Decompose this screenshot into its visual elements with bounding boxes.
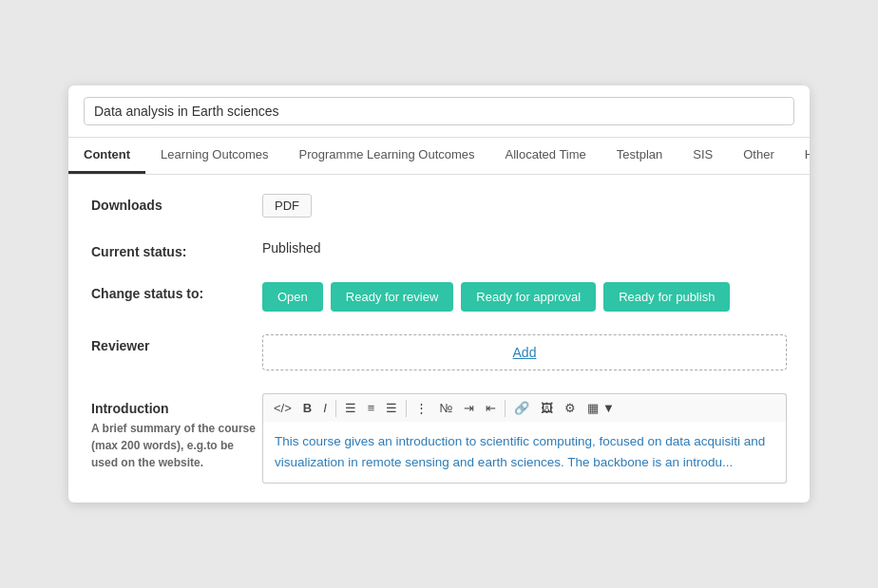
toolbar-table-button[interactable]: ▦ ▼	[582, 398, 619, 418]
change-status-row: Change status to: Open Ready for review …	[91, 282, 787, 312]
toolbar-align-center-button[interactable]: ≡	[363, 398, 380, 418]
current-status-value: Published	[262, 240, 787, 256]
toolbar-outdent-button[interactable]: ⇤	[481, 398, 501, 418]
title-bar	[68, 85, 810, 138]
reviewer-add-link[interactable]: Add	[513, 345, 537, 360]
toolbar-align-left-button[interactable]: ☰	[340, 398, 361, 418]
tab-programme-learning-outcomes[interactable]: Programme Learning Outcomes	[284, 138, 490, 174]
toolbar-settings-button[interactable]: ⚙	[560, 398, 581, 418]
main-window: Content Learning Outcomes Programme Lear…	[68, 85, 810, 502]
change-status-label: Change status to:	[91, 282, 262, 301]
status-ready-for-publish-button[interactable]: Ready for publish	[603, 282, 730, 312]
reviewer-value: Add	[262, 334, 787, 370]
current-status-row: Current status: Published	[91, 240, 787, 259]
reviewer-add-box: Add	[262, 334, 787, 370]
status-open-button[interactable]: Open	[262, 282, 323, 312]
content-area: Downloads PDF Current status: Published …	[68, 175, 810, 502]
introduction-title: Introduction	[91, 401, 262, 416]
pdf-button[interactable]: PDF	[262, 194, 312, 218]
toolbar-separator-3	[505, 400, 506, 417]
toolbar-code-button[interactable]: </>	[269, 398, 296, 418]
introduction-description: A brief summary of the course (max 200 w…	[91, 420, 262, 471]
reviewer-row: Reviewer Add	[91, 334, 787, 370]
status-ready-for-review-button[interactable]: Ready for review	[331, 282, 454, 312]
tab-other[interactable]: Other	[728, 138, 790, 174]
tab-sis[interactable]: SIS	[678, 138, 728, 174]
toolbar-align-right-button[interactable]: ☰	[381, 398, 402, 418]
toolbar-bold-button[interactable]: B	[298, 398, 316, 418]
toolbar-unordered-list-button[interactable]: ⋮	[410, 398, 432, 418]
editor-toolbar: </> B I ☰ ≡ ☰ ⋮ № ⇥ ⇤ 🔗 🖼 ⚙ ▦ ▼	[262, 393, 787, 422]
downloads-value: PDF	[262, 194, 787, 218]
tab-history[interactable]: His...	[790, 138, 810, 174]
toolbar-image-button[interactable]: 🖼	[536, 398, 558, 418]
introduction-field-label: Introduction A brief summary of the cour…	[91, 393, 262, 471]
status-ready-for-approval-button[interactable]: Ready for approval	[461, 282, 596, 312]
downloads-row: Downloads PDF	[91, 194, 787, 218]
downloads-label: Downloads	[91, 194, 262, 213]
toolbar-separator-1	[335, 400, 336, 417]
current-status-label: Current status:	[91, 240, 262, 259]
document-title-input[interactable]	[84, 97, 794, 125]
tab-learning-outcomes[interactable]: Learning Outcomes	[145, 138, 283, 174]
reviewer-label: Reviewer	[91, 334, 262, 353]
status-badge: Published	[262, 237, 321, 256]
tab-allocated-time[interactable]: Allocated Time	[490, 138, 601, 174]
tab-content[interactable]: Content	[68, 138, 145, 174]
toolbar-separator-2	[406, 400, 407, 417]
toolbar-link-button[interactable]: 🔗	[509, 398, 534, 418]
toolbar-italic-button[interactable]: I	[318, 398, 332, 418]
tab-bar: Content Learning Outcomes Programme Lear…	[68, 138, 810, 175]
editor-container: </> B I ☰ ≡ ☰ ⋮ № ⇥ ⇤ 🔗 🖼 ⚙ ▦ ▼	[262, 393, 787, 483]
toolbar-indent-button[interactable]: ⇥	[459, 398, 479, 418]
status-buttons-group: Open Ready for review Ready for approval…	[262, 282, 787, 312]
editor-content-area[interactable]: This course gives an introduction to sci…	[262, 422, 787, 483]
toolbar-ordered-list-button[interactable]: №	[434, 398, 457, 418]
introduction-row: Introduction A brief summary of the cour…	[91, 393, 787, 483]
tab-testplan[interactable]: Testplan	[601, 138, 678, 174]
